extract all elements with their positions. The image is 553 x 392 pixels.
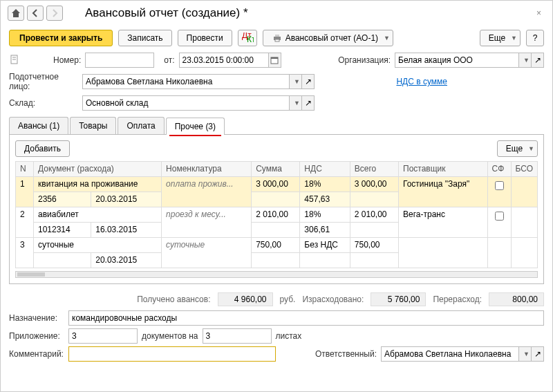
sf-checkbox[interactable] (495, 212, 504, 221)
chevron-down-icon: ▼ (523, 57, 529, 64)
number-label: Номер: (53, 55, 81, 65)
advance-label: Получено авансов: (137, 295, 210, 304)
date-input[interactable] (179, 53, 269, 68)
table-row[interactable]: 1 квитанция на проживание оплата прожив.… (16, 177, 538, 192)
svg-rect-3 (275, 35, 279, 37)
home-icon (10, 8, 21, 19)
forward-button[interactable] (46, 6, 63, 21)
open-icon: ↗ (305, 77, 312, 86)
org-dropdown-button[interactable]: ▼ (519, 53, 532, 68)
comment-input[interactable] (68, 346, 276, 362)
home-button[interactable] (8, 6, 24, 21)
open-icon: ↗ (534, 349, 541, 359)
person-open-button[interactable]: ↗ (302, 74, 315, 89)
svg-rect-4 (275, 39, 279, 41)
org-input[interactable] (395, 53, 519, 68)
help-button[interactable]: ? (526, 30, 544, 46)
back-button[interactable] (27, 6, 44, 21)
print-label: Авансовый отчет (АО-1) (285, 33, 378, 43)
printer-icon (272, 32, 283, 44)
arrow-left-icon (30, 8, 41, 19)
grid-more-button[interactable]: Еще▼ (497, 140, 538, 157)
attach-docs-input[interactable] (68, 328, 138, 344)
add-row-button[interactable]: Добавить (15, 140, 70, 157)
horizontal-scrollbar[interactable] (15, 271, 538, 278)
chevron-down-icon: ▼ (294, 78, 300, 85)
table-row[interactable]: 3 суточные суточные 750,00 Без НДС 750,0… (16, 238, 538, 253)
warehouse-label: Склад: (9, 98, 78, 108)
arrow-right-icon (49, 8, 60, 19)
warehouse-dropdown-button[interactable]: ▼ (290, 95, 302, 111)
person-input[interactable] (82, 74, 290, 89)
chevron-down-icon: ▼ (511, 35, 517, 41)
debit-credit-icon: ДтКт (241, 32, 254, 44)
comment-label: Комментарий: (9, 349, 64, 359)
tab-advances[interactable]: Авансы (1) (9, 117, 68, 134)
responsible-dropdown-button[interactable]: ▼ (519, 346, 532, 362)
more-label: Еще (489, 33, 505, 43)
over-value: 800,00 (489, 292, 544, 306)
vat-mode-link[interactable]: НДС в сумме (396, 77, 447, 86)
sf-checkbox[interactable] (495, 181, 504, 190)
save-button[interactable]: Записать (118, 30, 171, 46)
svg-text:Кт: Кт (247, 35, 254, 44)
open-icon: ↗ (534, 55, 541, 65)
post-and-close-button[interactable]: Провести и закрыть (9, 30, 113, 46)
date-label: от: (164, 55, 174, 65)
col-sum[interactable]: Сумма (252, 162, 300, 177)
attach-pages-label: листах (276, 331, 302, 341)
purpose-input[interactable] (68, 310, 544, 326)
org-label: Организация: (338, 55, 391, 65)
attach-label: Приложение: (9, 331, 64, 341)
chevron-down-icon: ▼ (294, 100, 300, 106)
col-bso[interactable]: БСО (511, 162, 537, 177)
col-supplier[interactable]: Поставщик (399, 162, 488, 177)
dt-kt-button[interactable]: ДтКт (238, 30, 257, 46)
spent-value: 5 760,00 (371, 292, 426, 306)
advance-value: 4 960,00 (218, 292, 273, 306)
open-icon: ↗ (305, 98, 312, 108)
print-button[interactable]: Авансовый отчет (АО-1) ▼ (263, 30, 393, 46)
tab-goods[interactable]: Товары (70, 117, 116, 134)
more-button[interactable]: Еще ▼ (480, 30, 521, 46)
number-input[interactable] (85, 53, 154, 68)
col-n[interactable]: N (16, 162, 34, 177)
close-button[interactable]: × (532, 7, 545, 19)
col-nomen[interactable]: Номенклатура (162, 162, 252, 177)
post-button[interactable]: Провести (178, 30, 232, 46)
chevron-down-icon: ▼ (384, 35, 390, 41)
tab-bar: Авансы (1) Товары Оплата Прочее (3) (9, 117, 544, 135)
calendar-icon (270, 56, 279, 64)
col-total[interactable]: Всего (350, 162, 398, 177)
chevron-down-icon: ▼ (528, 145, 534, 152)
calendar-button[interactable] (269, 53, 281, 68)
warehouse-open-button[interactable]: ↗ (302, 95, 315, 111)
table-row[interactable]: 2 авиабилет проезд к месу... 2 010,00 18… (16, 207, 538, 223)
col-doc[interactable]: Документ (расхода) (34, 162, 162, 177)
col-vat[interactable]: НДС (300, 162, 350, 177)
tab-payment[interactable]: Оплата (118, 117, 164, 134)
warehouse-input[interactable] (82, 95, 290, 111)
col-sf[interactable]: СФ (487, 162, 511, 177)
responsible-input[interactable] (381, 346, 519, 362)
expense-grid[interactable]: N Документ (расхода) Номенклатура Сумма … (15, 161, 538, 268)
person-label: Подотчетное лицо: (9, 72, 78, 91)
responsible-open-button[interactable]: ↗ (532, 346, 544, 362)
purpose-label: Назначение: (9, 313, 64, 323)
over-label: Перерасход: (433, 295, 482, 304)
window-title: Авансовый отчет (создание) * (85, 6, 248, 20)
responsible-label: Ответственный: (315, 349, 377, 359)
currency-label: руб. (280, 295, 296, 304)
attach-docs-label: документов на (142, 331, 198, 341)
svg-rect-9 (271, 57, 278, 59)
tab-other[interactable]: Прочее (3) (166, 118, 225, 135)
person-dropdown-button[interactable]: ▼ (290, 74, 302, 89)
attach-pages-input[interactable] (203, 328, 272, 344)
spent-label: Израсходовано: (302, 295, 364, 304)
document-icon (9, 54, 20, 67)
org-open-button[interactable]: ↗ (532, 53, 544, 68)
chevron-down-icon: ▼ (523, 351, 529, 357)
